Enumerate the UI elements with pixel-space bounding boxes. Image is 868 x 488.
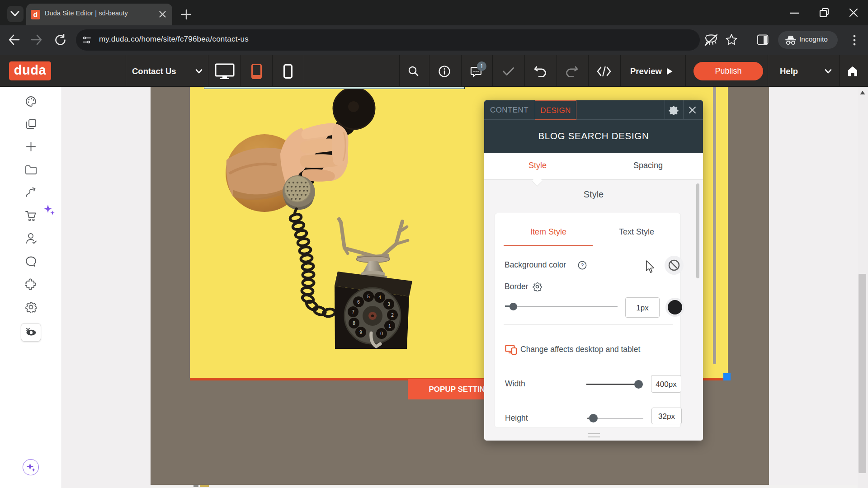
svg-text:6: 6 [357, 300, 360, 305]
svg-text:0: 0 [380, 331, 383, 336]
svg-text:4: 4 [378, 295, 381, 300]
svg-text:?: ? [581, 263, 584, 268]
svg-text:1: 1 [388, 324, 391, 328]
svg-text:2: 2 [391, 313, 394, 318]
svg-text:5: 5 [367, 294, 370, 299]
svg-text:3: 3 [387, 302, 390, 307]
svg-text:9: 9 [359, 330, 362, 335]
svg-text:8: 8 [353, 321, 355, 326]
svg-text:7: 7 [352, 310, 354, 314]
